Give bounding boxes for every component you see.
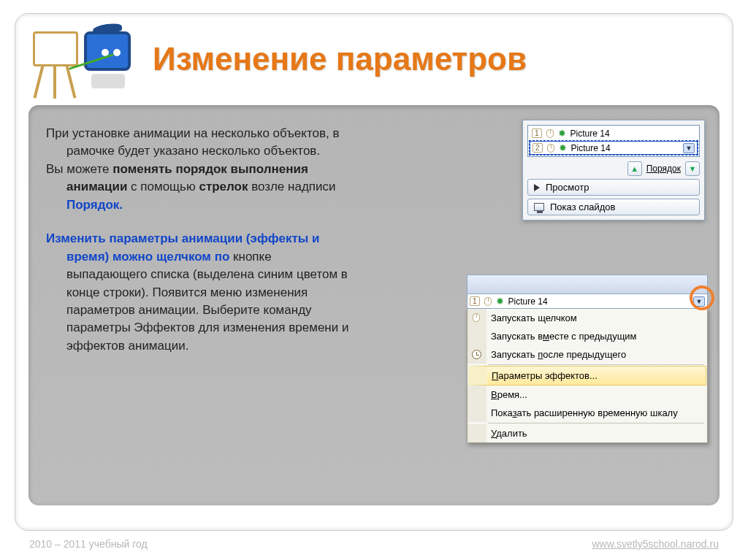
- panels-column: 1 ✸ Picture 14 2 ✸ Picture 14 ▼ ▲: [484, 126, 702, 491]
- slideshow-label: Показ слайдов: [550, 202, 616, 212]
- footer-year: 2010 – 2011 учебный год: [29, 538, 148, 550]
- item-label: Picture 14: [508, 296, 548, 307]
- text-column: При установке анимации на несколько объе…: [46, 126, 470, 491]
- menu-separator: [488, 364, 704, 365]
- preview-button[interactable]: Просмотр: [527, 179, 700, 196]
- para3-line7: эффектов анимации.: [46, 338, 470, 354]
- clock-icon: [470, 348, 482, 360]
- slide-footer: 2010 – 2011 учебный год www.svetly5schoo…: [29, 538, 719, 550]
- para3-line3: выпадающего списка (выделена синим цвето…: [46, 266, 470, 283]
- animation-list-item[interactable]: 1 ✸ Picture 14: [530, 127, 698, 139]
- para2-line1: Вы можете поменять порядок выполнения: [46, 161, 470, 177]
- play-icon: [534, 184, 540, 191]
- mouse-icon: [470, 312, 482, 323]
- menu-remove[interactable]: Удалить: [468, 424, 707, 442]
- computer-character-icon: [81, 26, 138, 96]
- animation-item-row[interactable]: 1 ✸ Picture 14 ▼: [467, 294, 708, 309]
- para3-line6: параметры Эффектов для изменения времени…: [46, 320, 470, 336]
- para3-line4: конце строки). Появится меню изменения: [46, 285, 470, 301]
- item-label: Picture 14: [571, 143, 611, 153]
- move-up-button[interactable]: ▲: [627, 161, 642, 176]
- menu-timing[interactable]: Время...: [468, 386, 707, 404]
- effect-star-icon: ✸: [496, 296, 504, 307]
- slideshow-button[interactable]: Показ слайдов: [527, 199, 700, 215]
- slideshow-icon: [534, 203, 544, 211]
- animation-list-item-selected[interactable]: 2 ✸ Picture 14 ▼: [530, 141, 698, 155]
- para3-line1: Изменить параметры анимации (эффекты и: [46, 231, 470, 247]
- slide-header: Изменение параметров: [15, 14, 733, 102]
- mouse-icon: [547, 144, 554, 153]
- item-label: Picture 14: [570, 129, 610, 139]
- para1-line1: При установке анимации на несколько объе…: [46, 126, 470, 142]
- footer-link[interactable]: www.svetly5school.narod.ru: [592, 538, 719, 550]
- effect-options-panel: 1 ✸ Picture 14 ▼ Запускать щелчком Запус…: [467, 275, 708, 443]
- effect-star-icon: ✸: [559, 142, 567, 153]
- order-controls: ▲ Порядок ▼: [527, 161, 700, 176]
- menu-separator: [488, 423, 704, 423]
- content-area: При установке анимации на несколько объе…: [28, 105, 720, 505]
- mouse-icon: [484, 297, 492, 306]
- highlight-circle-annotation: [690, 285, 714, 310]
- menu-start-on-click[interactable]: Запускать щелчком: [468, 309, 707, 327]
- para2-line2: анимации с помощью стрелок возле надписи: [46, 179, 470, 195]
- effect-star-icon: ✸: [558, 128, 566, 139]
- para3-line5: параметров анимации. Выберите команду: [46, 302, 470, 318]
- preview-label: Просмотр: [546, 182, 589, 193]
- slide-frame: Изменение параметров При установке анима…: [15, 13, 733, 531]
- item-number: 2: [533, 143, 543, 153]
- slide-title: Изменение параметров: [153, 42, 527, 77]
- para2-line3: Порядок.: [46, 197, 470, 213]
- animation-order-panel: 1 ✸ Picture 14 2 ✸ Picture 14 ▼ ▲: [522, 120, 705, 220]
- para1-line2: рамочке будет указано несколько объектов…: [46, 143, 470, 159]
- move-down-button[interactable]: ▼: [685, 161, 700, 176]
- panel-toolbar: [467, 275, 708, 294]
- para3-line2: время) можно щелчком по кнопке: [46, 249, 470, 265]
- menu-effect-options[interactable]: Параметры эффектов...: [468, 366, 706, 386]
- easel-icon: [31, 27, 84, 93]
- mascot-illustration: [30, 21, 140, 98]
- item-number: 1: [532, 129, 542, 138]
- animation-list: 1 ✸ Picture 14 2 ✸ Picture 14 ▼: [527, 125, 700, 157]
- menu-show-timeline[interactable]: Показать расширенную временную шкалу: [468, 404, 707, 422]
- menu-start-after-previous[interactable]: Запускать после предыдущего: [468, 345, 707, 364]
- menu-start-with-previous[interactable]: Запускать вместе с предыдущим: [468, 327, 707, 345]
- mouse-icon: [546, 129, 554, 138]
- context-menu: Запускать щелчком Запускать вместе с пре…: [467, 308, 708, 443]
- dropdown-arrow-icon[interactable]: ▼: [683, 143, 695, 153]
- order-label: Порядок: [646, 164, 681, 174]
- item-number: 1: [470, 296, 480, 306]
